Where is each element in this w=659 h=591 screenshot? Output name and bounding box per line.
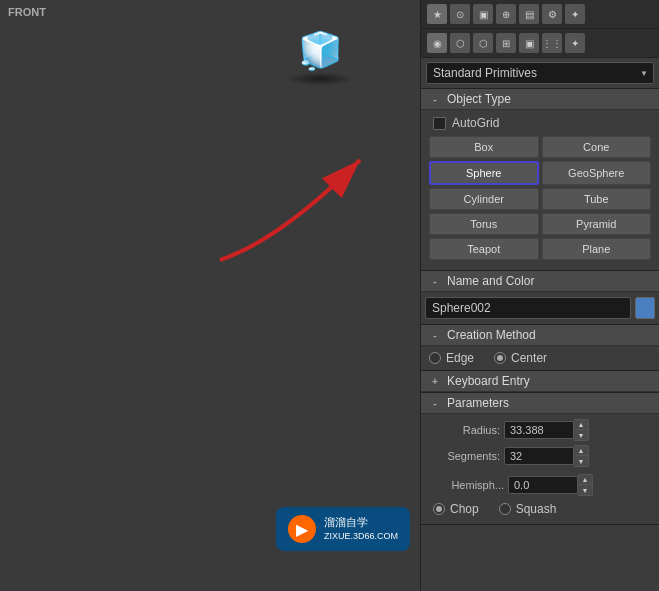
color-swatch[interactable] <box>635 297 655 319</box>
object-type-section: - Object Type AutoGrid Box Cone Sphere G… <box>421 89 659 271</box>
watermark-icon: ▶ <box>288 515 316 543</box>
radius-spinner: ▲ ▼ <box>574 419 589 441</box>
object-name-input[interactable] <box>425 297 631 319</box>
toolbar-icon-camera[interactable]: ⊙ <box>450 4 470 24</box>
chop-radio-label: Chop <box>450 502 479 516</box>
center-radio-label: Center <box>511 351 547 365</box>
hemisphere-input[interactable] <box>508 476 578 494</box>
segments-increment-button[interactable]: ▲ <box>574 446 588 456</box>
creation-method-section: - Creation Method Edge Center <box>421 325 659 371</box>
chop-radio-btn[interactable] <box>433 503 445 515</box>
right-panel: ★ ⊙ ▣ ⊕ ▤ ⚙ ✦ ◉ ⬡ ⬡ ⊞ ▣ ⋮⋮ ✦ Standard Pr… <box>420 0 659 591</box>
name-and-color-title: Name and Color <box>447 274 534 288</box>
toolbar2-icon-7[interactable]: ✦ <box>565 33 585 53</box>
parameters-title: Parameters <box>447 396 509 410</box>
chop-radio-option[interactable]: Chop <box>433 502 479 516</box>
sphere-button[interactable]: Sphere <box>429 161 539 185</box>
edge-radio-label: Edge <box>446 351 474 365</box>
second-toolbar: ◉ ⬡ ⬡ ⊞ ▣ ⋮⋮ ✦ <box>421 29 659 58</box>
top-toolbar: ★ ⊙ ▣ ⊕ ▤ ⚙ ✦ <box>421 0 659 29</box>
toolbar2-icon-4[interactable]: ⊞ <box>496 33 516 53</box>
squash-radio-btn[interactable] <box>499 503 511 515</box>
teapot-button[interactable]: Teapot <box>429 238 539 260</box>
tube-button[interactable]: Tube <box>542 188 652 210</box>
segments-spinner: ▲ ▼ <box>574 445 589 467</box>
viewport-label: FRONT <box>8 6 46 18</box>
name-and-color-header[interactable]: - Name and Color <box>421 271 659 292</box>
hemisphere-decrement-button[interactable]: ▼ <box>578 485 592 495</box>
radius-decrement-button[interactable]: ▼ <box>574 430 588 440</box>
hemisphere-increment-button[interactable]: ▲ <box>578 475 592 485</box>
object-type-button-grid: Box Cone Sphere GeoSphere Cylinder Tube … <box>425 136 655 264</box>
name-color-row <box>425 297 655 319</box>
keyboard-entry-header[interactable]: + Keyboard Entry <box>421 371 659 392</box>
dropdown-row: Standard Primitives Extended Primitives … <box>421 58 659 89</box>
toolbar-icon-systems[interactable]: ✦ <box>565 4 585 24</box>
radius-row: Radius: ▲ ▼ <box>425 419 655 441</box>
edge-radio-option[interactable]: Edge <box>429 351 474 365</box>
plane-button[interactable]: Plane <box>542 238 652 260</box>
cube-shadow <box>285 72 355 86</box>
object-type-collapse-icon: - <box>429 94 441 105</box>
torus-button[interactable]: Torus <box>429 213 539 235</box>
radius-increment-button[interactable]: ▲ <box>574 420 588 430</box>
object-type-content: AutoGrid Box Cone Sphere GeoSphere Cylin… <box>421 110 659 270</box>
autogrid-checkbox[interactable] <box>433 117 446 130</box>
center-radio-option[interactable]: Center <box>494 351 547 365</box>
segments-input-wrapper: ▲ ▼ <box>504 445 655 467</box>
squash-radio-option[interactable]: Squash <box>499 502 557 516</box>
keyboard-entry-collapse-icon: + <box>429 376 441 387</box>
radius-input-wrapper: ▲ ▼ <box>504 419 655 441</box>
radius-label: Radius: <box>425 424 500 436</box>
segments-row: Segments: ▲ ▼ <box>425 445 655 467</box>
chop-squash-row: Chop Squash <box>425 499 655 519</box>
hemisphere-row: Hemisph... ▲ ▼ <box>425 471 655 499</box>
toolbar-icon-helpers[interactable]: ⊕ <box>496 4 516 24</box>
object-type-header[interactable]: - Object Type <box>421 89 659 110</box>
toolbar2-icon-1[interactable]: ◉ <box>427 33 447 53</box>
keyboard-entry-section: + Keyboard Entry <box>421 371 659 393</box>
creation-method-collapse-icon: - <box>429 330 441 341</box>
watermark-text: 溜溜自学 ZIXUE.3D66.COM <box>324 515 398 543</box>
creation-method-title: Creation Method <box>447 328 536 342</box>
edge-radio-btn[interactable] <box>429 352 441 364</box>
toolbar-icon-light[interactable]: ▣ <box>473 4 493 24</box>
primitive-type-dropdown[interactable]: Standard Primitives Extended Primitives … <box>426 62 654 84</box>
hemisphere-label: Hemisph... <box>429 479 504 491</box>
geosphere-button[interactable]: GeoSphere <box>542 161 652 185</box>
parameters-collapse-icon: - <box>429 398 441 409</box>
arrow-svg <box>200 100 400 280</box>
name-and-color-section: - Name and Color <box>421 271 659 325</box>
squash-radio-label: Squash <box>516 502 557 516</box>
keyboard-entry-title: Keyboard Entry <box>447 374 530 388</box>
watermark: ▶ 溜溜自学 ZIXUE.3D66.COM <box>276 507 410 551</box>
cylinder-button[interactable]: Cylinder <box>429 188 539 210</box>
parameters-section: - Parameters Radius: ▲ ▼ Segments: <box>421 393 659 525</box>
segments-decrement-button[interactable]: ▼ <box>574 456 588 466</box>
dropdown-wrapper: Standard Primitives Extended Primitives … <box>426 62 654 84</box>
box-button[interactable]: Box <box>429 136 539 158</box>
pyramid-button[interactable]: Pyramid <box>542 213 652 235</box>
toolbar-icon-shapes[interactable]: ▤ <box>519 4 539 24</box>
viewport[interactable]: FRONT 🧊 ▶ 溜溜自学 ZIXUE.3D66.COM <box>0 0 420 591</box>
radius-input[interactable] <box>504 421 574 439</box>
segments-label: Segments: <box>425 450 500 462</box>
toolbar2-icon-3[interactable]: ⬡ <box>473 33 493 53</box>
creation-method-content: Edge Center <box>421 346 659 370</box>
cube-icon: 🧊 <box>280 30 360 72</box>
toolbar-icon-star[interactable]: ★ <box>427 4 447 24</box>
parameters-header[interactable]: - Parameters <box>421 393 659 414</box>
autogrid-label: AutoGrid <box>452 116 499 130</box>
cone-button[interactable]: Cone <box>542 136 652 158</box>
object-type-title: Object Type <box>447 92 511 106</box>
hemisphere-spinner: ▲ ▼ <box>578 474 593 496</box>
toolbar-icon-space[interactable]: ⚙ <box>542 4 562 24</box>
center-radio-btn[interactable] <box>494 352 506 364</box>
toolbar2-icon-6[interactable]: ⋮⋮ <box>542 33 562 53</box>
name-color-content <box>421 292 659 324</box>
segments-input[interactable] <box>504 447 574 465</box>
toolbar2-icon-5[interactable]: ▣ <box>519 33 539 53</box>
toolbar2-icon-2[interactable]: ⬡ <box>450 33 470 53</box>
creation-method-radio-row: Edge Center <box>429 351 651 365</box>
creation-method-header[interactable]: - Creation Method <box>421 325 659 346</box>
